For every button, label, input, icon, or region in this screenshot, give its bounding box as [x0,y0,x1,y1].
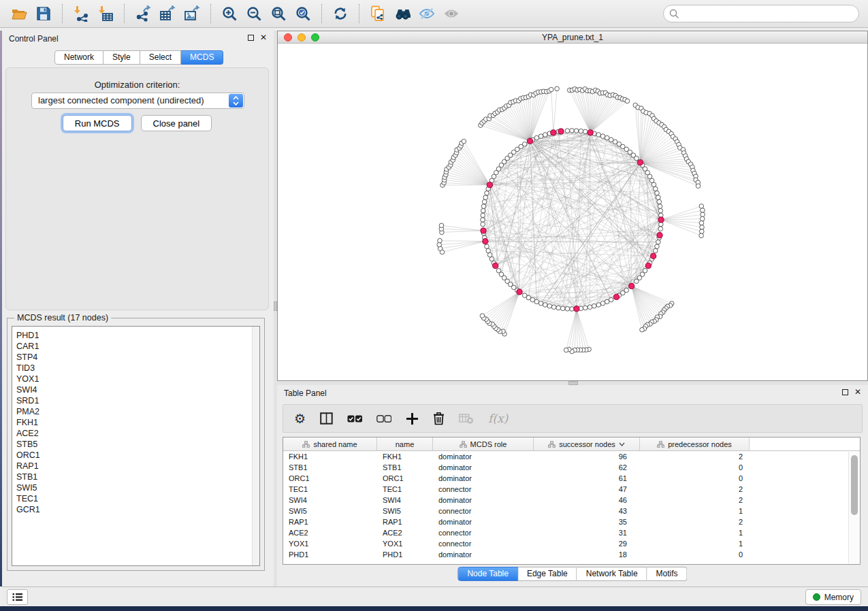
table-cell[interactable]: connector [433,538,534,549]
tab-network-table[interactable]: Network Table [577,567,647,581]
table-cell[interactable]: 47 [534,484,640,495]
table-scrollbar[interactable] [848,452,859,563]
table-row[interactable]: SWI4SWI4dominator462 [283,495,860,506]
table-cell[interactable]: STB1 [283,462,377,473]
table-cell[interactable]: STB1 [377,462,433,473]
table-cell[interactable]: 46 [534,495,640,506]
table-cell[interactable]: 2 [640,516,750,527]
table-row[interactable]: TEC1TEC1connector472 [283,484,860,495]
column-header-shared-name[interactable]: shared name [283,437,377,450]
close-panel-icon[interactable]: ✕ [854,389,861,395]
column-header-MCDS-role[interactable]: MCDS role [433,437,534,450]
result-item[interactable]: YOX1 [16,374,259,384]
table-cell[interactable]: 31 [534,527,640,538]
table-cell[interactable]: FKH1 [377,451,433,462]
result-item[interactable]: SWI4 [16,384,259,395]
table-cell[interactable]: RAP1 [377,516,433,527]
table-cell[interactable]: 18 [534,549,640,560]
table-cell[interactable]: RAP1 [283,516,377,527]
table-cell[interactable]: dominator [433,495,534,506]
deselect-all-icon[interactable] [376,410,391,427]
tab-select[interactable]: Select [140,50,181,65]
table-row[interactable]: ACE2ACE2connector311 [283,527,860,538]
result-item[interactable]: SRD1 [16,395,259,406]
table-row[interactable]: RAP1RAP1dominator352 [283,516,860,527]
result-item[interactable]: FKH1 [16,417,259,428]
zoom-out-icon[interactable] [244,3,264,24]
table-cell[interactable]: connector [433,527,534,538]
result-item[interactable]: STP4 [16,352,259,363]
table-cell[interactable]: ORC1 [283,473,377,484]
result-item[interactable]: TID3 [16,363,259,374]
table-cell[interactable]: 2 [640,484,750,495]
result-item[interactable]: PMA2 [16,406,259,417]
table-row[interactable]: PHD1PHD1dominator180 [283,549,860,560]
column-header-successor-nodes[interactable]: successor nodes [534,437,640,450]
table-row[interactable]: YOX1YOX1connector291 [283,538,860,549]
table-row[interactable]: STB1STB1dominator620 [283,462,860,473]
select-all-icon[interactable] [347,410,362,427]
float-panel-icon[interactable] [842,389,848,395]
table-row[interactable]: ORC1ORC1dominator610 [283,473,860,484]
table-cell[interactable]: 35 [534,516,640,527]
table-cell[interactable]: dominator [433,516,534,527]
search-input[interactable] [663,5,859,22]
result-item[interactable]: ACE2 [16,428,259,439]
tab-mcds[interactable]: MCDS [181,50,223,65]
float-panel-icon[interactable] [248,35,254,41]
table-cell[interactable]: TEC1 [283,484,377,495]
tab-network[interactable]: Network [54,50,103,65]
result-item[interactable]: RAP1 [16,461,259,472]
save-session-icon[interactable] [33,3,54,24]
table-cell[interactable]: 61 [534,473,640,484]
result-list-scrollbar[interactable] [252,327,259,565]
zoom-fit-icon[interactable] [268,3,289,24]
mcds-result-list[interactable]: PHD1CAR1STP4TID3YOX1SWI4SRD1PMA2FKH1ACE2… [12,326,260,566]
result-item[interactable]: CAR1 [16,341,259,352]
table-cell[interactable]: 1 [640,538,750,549]
table-cell[interactable]: 0 [640,549,750,560]
import-network-icon[interactable] [71,3,91,24]
dropdown-stepper-icon[interactable] [229,94,243,108]
table-cell[interactable]: 2 [640,495,750,506]
table-cell[interactable]: SWI4 [283,495,377,506]
export-image-icon[interactable] [182,3,202,24]
table-cell[interactable]: 29 [534,538,640,549]
criterion-dropdown[interactable]: largest connected component (undirected) [31,93,244,109]
show-all-icon[interactable] [441,3,462,24]
close-panel-icon[interactable]: ✕ [260,34,267,41]
table-cell[interactable]: PHD1 [377,549,433,560]
table-row[interactable]: FKH1FKH1dominator962 [283,451,860,462]
close-panel-button[interactable]: Close panel [141,115,212,131]
table-cell[interactable]: ORC1 [377,473,433,484]
delete-column-icon[interactable] [459,410,474,427]
table-cell[interactable]: SWI5 [283,506,377,516]
settings-icon[interactable]: ⚙ [294,410,306,427]
run-mcds-button[interactable]: Run MCDS [63,115,132,131]
hide-selected-icon[interactable] [417,3,437,24]
table-cell[interactable]: YOX1 [283,538,377,549]
open-file-icon[interactable] [9,3,29,24]
find-icon[interactable] [392,3,413,24]
column-header-name[interactable]: name [377,437,433,450]
table-cell[interactable]: ACE2 [283,527,377,538]
network-canvas[interactable] [278,44,867,380]
result-item[interactable]: ORC1 [16,450,259,461]
split-panel-icon[interactable] [320,410,333,427]
table-cell[interactable]: PHD1 [283,549,377,560]
zoom-in-icon[interactable] [219,3,240,24]
zoom-selected-icon[interactable] [293,3,313,24]
table-cell[interactable]: 1 [640,506,750,516]
table-cell[interactable]: connector [433,484,534,495]
export-network-icon[interactable] [133,3,153,24]
delete-icon[interactable] [433,410,445,427]
result-item[interactable]: STB5 [16,439,259,450]
table-cell[interactable]: 1 [640,527,750,538]
export-table-icon[interactable] [157,3,178,24]
table-cell[interactable]: 0 [640,462,750,473]
tab-motifs[interactable]: Motifs [647,567,688,581]
network-graph[interactable] [278,44,867,382]
table-cell[interactable]: YOX1 [377,538,433,549]
table-cell[interactable]: 0 [640,473,750,484]
table-cell[interactable]: dominator [433,473,534,484]
